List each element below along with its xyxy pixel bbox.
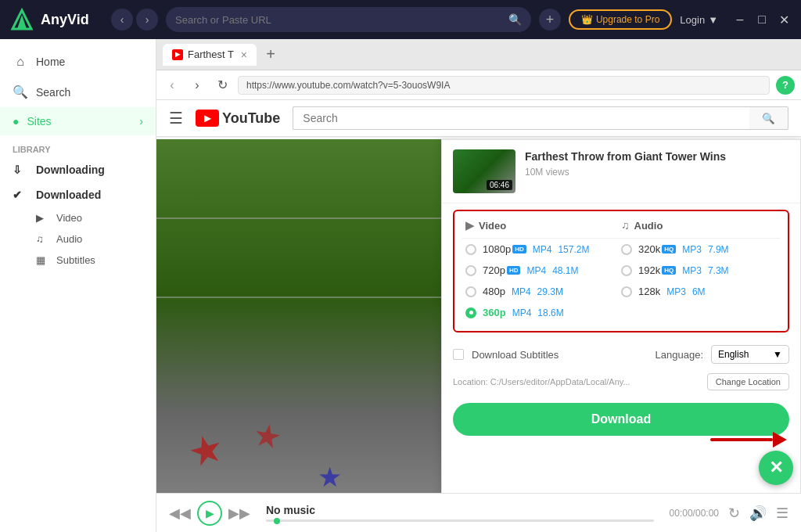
radio-1080p[interactable] [465,244,476,255]
browser-tab[interactable]: ▶ Farthest T × [163,44,257,66]
sidebar-search-label: Search [36,86,70,99]
quality-right-192k: 192kHQ MP3 7.3M [621,264,777,276]
youtube-search-button[interactable]: 🔍 [749,106,788,130]
play-button[interactable]: ▶ [197,501,222,526]
download-button[interactable]: Download [453,403,789,436]
globe-icon: ● [13,115,19,128]
playlist-button[interactable]: ☰ [776,505,788,522]
quality-row-1: 1080pHD MP4 157.2M 320kHQ MP3 7.9M [462,239,780,260]
audio-col-header: ♫ Audio [621,219,777,232]
track-title: No music [266,504,654,516]
youtube-logo-icon: ▶ [196,110,219,127]
youtube-search-input[interactable] [293,106,749,130]
youtube-header: ☰ ▶ YouTube 🔍 [156,100,801,137]
url-back-button[interactable]: ‹ [163,76,181,95]
radio-720p[interactable] [465,265,476,276]
format-720p: MP4 [526,265,546,276]
tab-bar: ▶ Farthest T × + [156,39,801,70]
label-1080p: 1080pHD [483,243,526,255]
location-row: Location: C:/Users/editor/AppData/Local/… [442,370,800,397]
sidebar-item-audio[interactable]: ♫ Audio [0,228,156,250]
global-search-bar: 🔍 [166,7,531,32]
prev-button[interactable]: ◀◀ [169,505,191,522]
global-search-input[interactable] [175,14,502,26]
url-input[interactable] [238,76,770,95]
volume-button[interactable]: 🔊 [749,505,767,522]
repeat-button[interactable]: ↻ [728,505,740,522]
quality-headers: ▶ Video ♫ Audio [462,219,780,239]
video-duration: 06:46 [487,180,512,190]
new-tab-button[interactable]: + [260,44,282,66]
sidebar-item-sites[interactable]: ● Sites › [0,107,156,135]
close-panel-button[interactable]: ✕ [759,451,793,485]
youtube-logo-text: YouTube [222,110,280,127]
quality-right-320k: 320kHQ MP3 7.9M [621,243,777,255]
sidebar-item-downloading[interactable]: ⇩ Downloading [0,157,156,182]
size-360p: 18.6M [537,307,563,318]
audio-icon: ♫ [36,233,48,245]
subtitles-icon: ▦ [36,254,48,266]
radio-128k[interactable] [621,286,632,297]
audio-header-icon: ♫ [621,219,630,232]
tab-close-button[interactable]: × [241,49,247,61]
language-select[interactable]: English ▼ [711,345,789,364]
chevron-right-icon: › [139,115,143,128]
size-720p: 48.1M [552,265,578,276]
subtitles-row: Download Subtitles Language: English ▼ [442,339,800,370]
add-tab-button[interactable]: + [539,9,561,31]
label-128k: 128k [638,286,660,297]
quality-left-1: 1080pHD MP4 157.2M [465,243,621,255]
quality-row-4: 360p MP4 18.6M [462,302,780,323]
logo-area: AnyVid [9,7,103,32]
youtube-search: 🔍 [293,106,788,130]
video-views: 10M views [525,167,789,178]
forward-button[interactable]: › [136,9,158,31]
change-location-button[interactable]: Change Location [707,373,789,390]
next-button[interactable]: ▶▶ [228,505,250,522]
browser-content: ☰ ▶ YouTube 🔍 [156,100,801,532]
url-refresh-button[interactable]: ↻ [213,76,232,95]
video-col-header: ▶ Video [465,219,621,232]
subtitles-checkbox[interactable] [453,349,464,360]
back-button[interactable]: ‹ [111,9,133,31]
sidebar-item-search[interactable]: 🔍 Search [0,77,156,107]
quality-right-128k: 128k MP3 6M [621,286,777,297]
nav-arrows: ‹ › [111,9,158,31]
sidebar-item-home[interactable]: ⌂ Home [0,47,156,77]
upgrade-button[interactable]: 👑 Upgrade to Pro [569,9,672,30]
star-decoration: ★ [183,424,228,477]
radio-480p[interactable] [465,286,476,297]
player-right-controls: ↻ 🔊 ☰ [728,505,788,522]
player-bar: ◀◀ ▶ ▶▶ No music 00:00/00:00 ↻ 🔊 ☰ [156,493,801,532]
sidebar-item-video[interactable]: ▶ Video [0,207,156,228]
help-button[interactable]: ? [776,76,795,95]
progress-indicator [274,518,280,524]
quality-row-3: 480p MP4 29.3M 128k MP3 6M [462,281,780,302]
progress-bar[interactable] [266,519,654,522]
hamburger-icon[interactable]: ☰ [169,109,183,128]
video-title: Farthest Throw from Giant Tower Wins [525,149,789,164]
x-icon: ✕ [769,458,783,478]
radio-320k[interactable] [621,244,632,255]
maximize-button[interactable]: □ [754,13,770,27]
window-controls: – □ ✕ [732,13,792,27]
size-192k: 7.3M [708,265,729,276]
login-button[interactable]: Login ▼ [680,14,718,26]
lang-chevron-down-icon: ▼ [773,349,782,360]
size-128k: 6M [692,286,706,297]
star-decoration-3: ★ [318,462,342,493]
sidebar-item-downloaded[interactable]: ✔ Downloaded [0,182,156,207]
sidebar-sites-label: Sites [27,115,51,128]
radio-360p[interactable] [465,307,476,318]
language-value: English [718,349,749,360]
close-button[interactable]: ✕ [776,13,792,27]
yt-search-icon: 🔍 [762,113,775,124]
star-decoration-2: ★ [250,415,284,456]
sidebar-item-subtitles[interactable]: ▦ Subtitles [0,250,156,271]
quality-left-720p: 720pHD MP4 48.1M [465,264,621,276]
minimize-button[interactable]: – [732,13,748,27]
quality-selector-box: ▶ Video ♫ Audio 1080pHD MP4 [453,210,789,332]
url-forward-button[interactable]: › [188,76,207,95]
radio-192k[interactable] [621,265,632,276]
library-label: Library [0,135,156,157]
